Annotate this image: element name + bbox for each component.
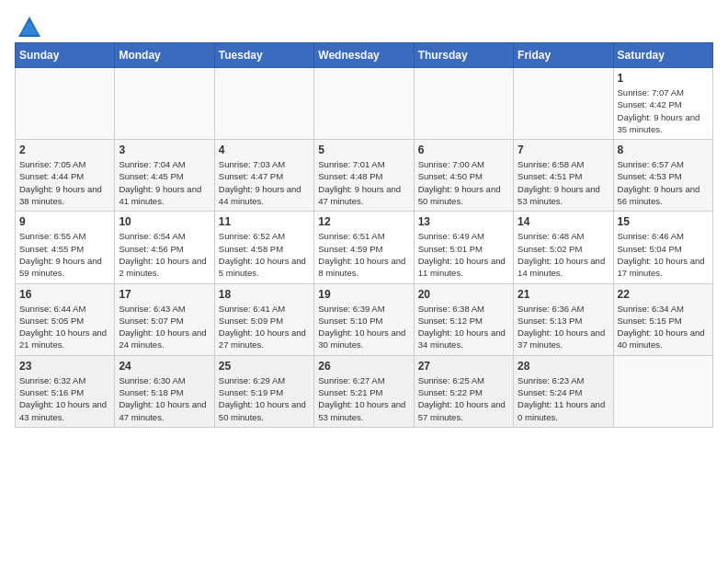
calendar-cell: 28Sunrise: 6:23 AM Sunset: 5:24 PM Dayli… [514,355,613,427]
col-header-wednesday: Wednesday [314,43,414,68]
week-row-4: 16Sunrise: 6:44 AM Sunset: 5:05 PM Dayli… [16,283,713,355]
col-header-tuesday: Tuesday [214,43,313,68]
day-info: Sunrise: 6:30 AM Sunset: 5:18 PM Dayligh… [119,374,210,423]
day-info: Sunrise: 6:46 AM Sunset: 5:04 PM Dayligh… [618,230,709,279]
day-number: 15 [618,215,709,228]
logo-icon [17,15,42,40]
calendar: SundayMondayTuesdayWednesdayThursdayFrid… [15,42,713,428]
col-header-monday: Monday [115,43,214,68]
day-info: Sunrise: 6:38 AM Sunset: 5:12 PM Dayligh… [418,303,509,351]
day-number: 3 [119,144,210,156]
calendar-cell: 19Sunrise: 6:39 AM Sunset: 5:10 PM Dayli… [314,283,414,355]
calendar-cell: 23Sunrise: 6:32 AM Sunset: 5:16 PM Dayli… [16,355,115,427]
day-number: 20 [418,288,509,301]
col-header-sunday: Sunday [16,43,115,68]
day-number: 28 [518,360,609,373]
day-info: Sunrise: 6:34 AM Sunset: 5:15 PM Dayligh… [618,303,709,351]
day-info: Sunrise: 6:55 AM Sunset: 4:55 PM Dayligh… [19,230,110,279]
calendar-cell: 7Sunrise: 6:58 AM Sunset: 4:51 PM Daylig… [514,140,613,212]
day-number: 18 [219,288,310,301]
day-info: Sunrise: 6:36 AM Sunset: 5:13 PM Dayligh… [518,303,609,351]
day-number: 24 [119,360,210,373]
day-number: 26 [318,360,409,373]
calendar-cell: 24Sunrise: 6:30 AM Sunset: 5:18 PM Dayli… [115,355,214,427]
day-info: Sunrise: 6:39 AM Sunset: 5:10 PM Dayligh… [318,303,409,351]
calendar-cell: 20Sunrise: 6:38 AM Sunset: 5:12 PM Dayli… [414,283,513,355]
day-info: Sunrise: 6:52 AM Sunset: 4:58 PM Dayligh… [219,230,310,279]
day-number: 7 [518,144,609,156]
day-number: 16 [19,288,110,301]
calendar-cell: 25Sunrise: 6:29 AM Sunset: 5:19 PM Dayli… [214,355,313,427]
calendar-cell: 9Sunrise: 6:55 AM Sunset: 4:55 PM Daylig… [16,212,115,283]
col-header-saturday: Saturday [613,43,712,68]
day-number: 11 [219,215,310,228]
logo [15,15,42,35]
calendar-cell: 12Sunrise: 6:51 AM Sunset: 4:59 PM Dayli… [314,212,414,283]
calendar-cell: 18Sunrise: 6:41 AM Sunset: 5:09 PM Dayli… [214,283,313,355]
day-info: Sunrise: 7:03 AM Sunset: 4:47 PM Dayligh… [219,158,310,207]
day-info: Sunrise: 7:01 AM Sunset: 4:48 PM Dayligh… [318,158,409,207]
calendar-cell [115,68,214,140]
day-number: 23 [19,360,110,373]
day-info: Sunrise: 6:58 AM Sunset: 4:51 PM Dayligh… [518,158,609,207]
calendar-cell [16,68,115,140]
col-header-friday: Friday [514,43,613,68]
calendar-cell: 11Sunrise: 6:52 AM Sunset: 4:58 PM Dayli… [214,212,313,283]
day-number: 12 [318,215,409,228]
calendar-cell: 5Sunrise: 7:01 AM Sunset: 4:48 PM Daylig… [314,140,414,212]
calendar-cell: 22Sunrise: 6:34 AM Sunset: 5:15 PM Dayli… [613,283,712,355]
day-info: Sunrise: 6:23 AM Sunset: 5:24 PM Dayligh… [518,374,609,423]
day-number: 13 [418,215,509,228]
day-info: Sunrise: 6:25 AM Sunset: 5:22 PM Dayligh… [418,374,509,423]
week-row-1: 1Sunrise: 7:07 AM Sunset: 4:42 PM Daylig… [16,68,713,140]
day-number: 25 [219,360,310,373]
day-number: 27 [418,360,509,373]
calendar-cell: 4Sunrise: 7:03 AM Sunset: 4:47 PM Daylig… [214,140,313,212]
day-info: Sunrise: 6:27 AM Sunset: 5:21 PM Dayligh… [318,374,409,423]
day-number: 2 [19,144,110,156]
day-info: Sunrise: 7:04 AM Sunset: 4:45 PM Dayligh… [119,158,210,207]
calendar-cell: 17Sunrise: 6:43 AM Sunset: 5:07 PM Dayli… [115,283,214,355]
day-number: 22 [618,288,709,301]
day-info: Sunrise: 7:00 AM Sunset: 4:50 PM Dayligh… [418,158,509,207]
calendar-cell: 10Sunrise: 6:54 AM Sunset: 4:56 PM Dayli… [115,212,214,283]
calendar-cell: 15Sunrise: 6:46 AM Sunset: 5:04 PM Dayli… [613,212,712,283]
day-number: 17 [119,288,210,301]
calendar-cell: 26Sunrise: 6:27 AM Sunset: 5:21 PM Dayli… [314,355,414,427]
day-number: 19 [318,288,409,301]
calendar-cell [214,68,313,140]
day-info: Sunrise: 6:41 AM Sunset: 5:09 PM Dayligh… [219,303,310,351]
day-info: Sunrise: 6:51 AM Sunset: 4:59 PM Dayligh… [318,230,409,279]
day-number: 1 [618,72,709,85]
day-number: 10 [119,215,210,228]
day-number: 14 [518,215,609,228]
day-info: Sunrise: 6:57 AM Sunset: 4:53 PM Dayligh… [618,158,709,207]
day-number: 8 [618,144,709,156]
day-info: Sunrise: 6:29 AM Sunset: 5:19 PM Dayligh… [219,374,310,423]
calendar-cell: 8Sunrise: 6:57 AM Sunset: 4:53 PM Daylig… [613,140,712,212]
calendar-header-row: SundayMondayTuesdayWednesdayThursdayFrid… [16,43,713,68]
day-number: 6 [418,144,509,156]
calendar-cell [613,355,712,427]
calendar-cell: 2Sunrise: 7:05 AM Sunset: 4:44 PM Daylig… [16,140,115,212]
calendar-cell: 13Sunrise: 6:49 AM Sunset: 5:01 PM Dayli… [414,212,513,283]
calendar-cell: 3Sunrise: 7:04 AM Sunset: 4:45 PM Daylig… [115,140,214,212]
week-row-5: 23Sunrise: 6:32 AM Sunset: 5:16 PM Dayli… [16,355,713,427]
header [15,15,713,35]
day-number: 4 [219,144,310,156]
day-info: Sunrise: 6:54 AM Sunset: 4:56 PM Dayligh… [119,230,210,279]
day-info: Sunrise: 6:49 AM Sunset: 5:01 PM Dayligh… [418,230,509,279]
day-info: Sunrise: 6:44 AM Sunset: 5:05 PM Dayligh… [19,303,110,351]
day-info: Sunrise: 7:05 AM Sunset: 4:44 PM Dayligh… [19,158,110,207]
day-number: 9 [19,215,110,228]
calendar-cell: 27Sunrise: 6:25 AM Sunset: 5:22 PM Dayli… [414,355,513,427]
calendar-cell [414,68,513,140]
calendar-cell [514,68,613,140]
calendar-cell: 14Sunrise: 6:48 AM Sunset: 5:02 PM Dayli… [514,212,613,283]
day-number: 5 [318,144,409,156]
day-number: 21 [518,288,609,301]
week-row-3: 9Sunrise: 6:55 AM Sunset: 4:55 PM Daylig… [16,212,713,283]
day-info: Sunrise: 6:48 AM Sunset: 5:02 PM Dayligh… [518,230,609,279]
day-info: Sunrise: 6:32 AM Sunset: 5:16 PM Dayligh… [19,374,110,423]
day-info: Sunrise: 6:43 AM Sunset: 5:07 PM Dayligh… [119,303,210,351]
